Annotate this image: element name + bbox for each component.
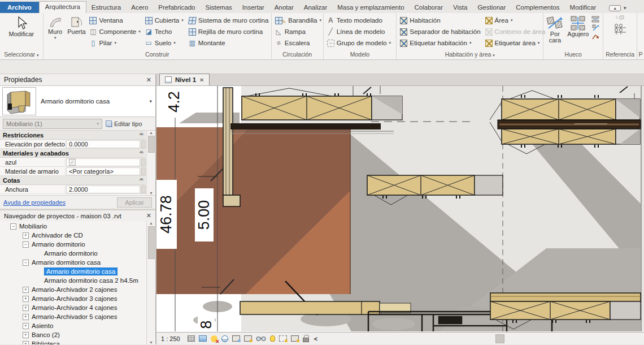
reference-grid-icon[interactable]	[614, 23, 626, 36]
reveal-constraints-icon[interactable]	[303, 338, 309, 342]
ribbon-collapse-button[interactable]: ▲ ▼	[609, 5, 627, 13]
tab-gestionar[interactable]: Gestionar	[472, 2, 511, 13]
temporary-hide-isolate-icon[interactable]	[256, 336, 266, 342]
roof-element[interactable]	[156, 127, 350, 294]
tree-expand-icon[interactable]: +	[23, 332, 29, 338]
group-restricciones[interactable]: Restricciones^^	[0, 131, 146, 140]
tab-archivo[interactable]: Archivo	[0, 2, 39, 13]
tab-analizar[interactable]: Analizar	[299, 2, 333, 13]
separador-habitacion-button[interactable]: Separador de habitación	[398, 26, 482, 37]
montante-button[interactable]: ▥Montante	[187, 37, 269, 49]
tree-item[interactable]: +Armario-Archivador 3 cajones	[0, 294, 146, 303]
temporary-view-properties-icon[interactable]	[279, 335, 287, 342]
suelo-button[interactable]: ▭Suelo▾	[143, 37, 186, 49]
group-cotas[interactable]: Cotas^^	[0, 176, 146, 185]
tree-expand-icon[interactable]: +	[23, 287, 29, 293]
tree-expand-icon[interactable]: +	[23, 232, 29, 239]
tree-item-label[interactable]: Armario-Archivador 5 cajones	[32, 313, 117, 320]
ventana-button[interactable]: Ventana	[88, 15, 142, 26]
value-spinner[interactable]	[141, 167, 146, 175]
sistema-muro-cortina-button[interactable]: Sistema de muro cortina	[187, 15, 269, 26]
property-value[interactable]: <Por categoría>	[66, 167, 140, 175]
tree-item[interactable]: +Asiento	[0, 321, 146, 330]
viewbar-collapse-icon[interactable]: <	[314, 335, 317, 342]
dimension-label[interactable]: 46.78	[158, 195, 175, 234]
dimension-label[interactable]: 5.00	[195, 200, 212, 230]
view-tab-nivel-1[interactable]: Nivel 1 ✕	[159, 74, 210, 85]
tab-acero[interactable]: Acero	[126, 2, 153, 13]
edit-type-button[interactable]: Editar tipo	[106, 120, 142, 127]
scroll-up-icon[interactable]: ▲	[149, 131, 153, 135]
browser-scrollbar[interactable]: ▲ ▼	[146, 221, 155, 344]
agujero-button[interactable]: Agujero	[565, 14, 590, 49]
muro-button[interactable]: Muro ▾	[45, 14, 66, 49]
tree-expand-icon[interactable]: +	[23, 341, 29, 345]
texto-modelado-button[interactable]: ATexto modelado	[325, 15, 393, 26]
scale-button[interactable]: 1 : 250	[161, 335, 180, 342]
scrollbar-thumb[interactable]	[148, 226, 155, 259]
close-icon[interactable]: ✕	[146, 76, 151, 84]
crop-view-icon[interactable]	[232, 335, 240, 342]
modificar-button[interactable]: Modificar	[4, 14, 39, 49]
tab-masa-y-emplazamiento[interactable]: Masa y emplazamiento	[332, 2, 409, 13]
property-row[interactable]: Material de armario<Por categoría>	[0, 167, 146, 176]
close-icon[interactable]: ✕	[199, 77, 204, 83]
tree-item-label[interactable]: Asiento	[32, 322, 53, 329]
value-spinner[interactable]	[141, 186, 146, 193]
property-value[interactable]: 2.0000	[66, 186, 140, 193]
tree-item[interactable]: Armario dormitorio	[0, 249, 146, 258]
tree-item[interactable]: +Archivador de CD	[0, 231, 146, 240]
dimension-label[interactable]: 8	[198, 320, 215, 329]
properties-scrollbar[interactable]: ▲ ▼	[146, 131, 155, 195]
tree-item-label[interactable]: Armario-Archivador 3 cajones	[32, 295, 117, 302]
tree-item[interactable]: +Biblioteca	[0, 339, 146, 344]
cubierta-button[interactable]: Cubierta▾	[143, 15, 186, 26]
checkbox-azul[interactable]: ✓	[69, 159, 76, 166]
tree-expand-icon[interactable]: +	[23, 323, 29, 329]
tree-collapse-icon[interactable]: −	[10, 223, 16, 230]
tree-expand-icon[interactable]: +	[23, 314, 29, 320]
tab-anotar[interactable]: Anotar	[269, 2, 299, 13]
tree-item[interactable]: +Armario-Archivador 5 cajones	[0, 312, 146, 321]
grupo-de-modelo-button[interactable]: ◦◦Grupo de modelo▾	[325, 37, 393, 49]
detail-level-icon[interactable]	[188, 335, 195, 342]
scroll-down-icon[interactable]: ▼	[149, 191, 153, 195]
panel-label-habitacion-y-area[interactable]: Habitación y área ▾	[397, 50, 543, 59]
dimension-label[interactable]: 4.2	[166, 91, 182, 113]
model-canvas[interactable]: 4.2 46.78 5.00 8	[156, 86, 644, 332]
tab-estructura[interactable]: Estructura	[86, 2, 126, 13]
barandilla-button[interactable]: ✎Barandilla▾	[273, 15, 323, 26]
group-materiales[interactable]: Materiales y acabados^^	[0, 149, 146, 158]
tree-item-mobiliario[interactable]: −Mobiliario	[0, 222, 146, 231]
componente-button[interactable]: ◫Componente▾	[88, 26, 142, 37]
property-row[interactable]: Elevación por defecto0.0000	[0, 140, 146, 149]
escalera-button[interactable]: ≡Escalera	[273, 37, 323, 49]
wardrobe-right-top[interactable]	[490, 90, 641, 154]
tree-item[interactable]: Armario dormitorio casa 2 h4.5m	[0, 276, 146, 285]
vertical-opening-icon[interactable]	[591, 24, 599, 31]
property-row[interactable]: azul✓	[0, 158, 146, 167]
tree-expand-icon[interactable]: +	[23, 296, 29, 302]
tree-collapse-icon[interactable]: −	[23, 260, 29, 266]
tree-item-label[interactable]: Armario dormitorio	[32, 241, 85, 248]
tab-modificar[interactable]: Modificar	[565, 2, 602, 13]
tree-item-label[interactable]: Armario dormitorio casa	[32, 259, 101, 266]
scrollbar-thumb[interactable]	[148, 136, 155, 153]
tree-item-label[interactable]: Armario-Archivador 4 cajones	[32, 304, 117, 311]
tree-item-selected[interactable]: Armario dormitorio casa	[0, 267, 146, 276]
property-row[interactable]: Anchura2.0000	[0, 185, 146, 194]
panel-label-seleccionar[interactable]: Seleccionar ▾	[0, 50, 43, 59]
tree-item-label[interactable]: Armario dormitorio casa	[44, 268, 118, 275]
rampa-button[interactable]: ◺Rampa	[273, 26, 323, 37]
show-crop-region-icon[interactable]	[244, 335, 252, 342]
horizontal-scrollbar-thumb[interactable]	[495, 334, 504, 343]
tab-complementos[interactable]: Complementos	[511, 2, 564, 13]
tree-item[interactable]: −Armario dormitorio casa	[0, 258, 146, 267]
tree-item[interactable]: +Armario-Archivador 2 cajones	[0, 285, 146, 294]
tab-prefabricado[interactable]: Prefabricado	[153, 2, 200, 13]
puerta-button[interactable]: Puerta	[67, 14, 87, 49]
value-spinner[interactable]	[141, 140, 146, 148]
tree-collapse-icon[interactable]: −	[23, 241, 29, 248]
techo-button[interactable]: ◪Techo	[143, 26, 186, 37]
tree-expand-icon[interactable]: +	[23, 305, 29, 311]
